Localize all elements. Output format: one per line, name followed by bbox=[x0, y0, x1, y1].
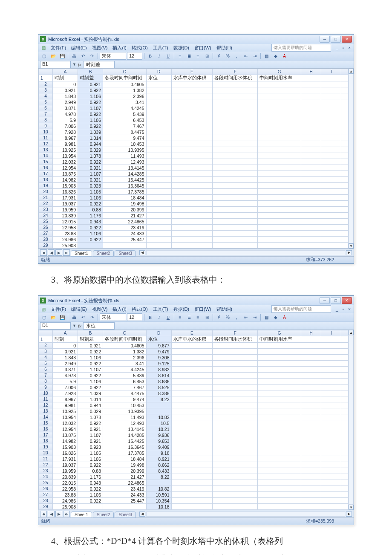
cell[interactable] bbox=[258, 462, 301, 468]
cell[interactable]: 13.4145 bbox=[103, 426, 146, 432]
row-header[interactable]: 27 bbox=[39, 231, 53, 237]
cell[interactable]: 0.922 bbox=[78, 486, 103, 492]
cell[interactable]: 6.453 bbox=[103, 379, 146, 384]
row-header[interactable]: 17 bbox=[39, 171, 53, 177]
cell[interactable] bbox=[213, 355, 258, 361]
cell[interactable]: 22.958 bbox=[53, 225, 78, 231]
cell[interactable]: 15.4425 bbox=[103, 438, 146, 444]
cell[interactable]: 8.433 bbox=[146, 468, 171, 474]
cell[interactable] bbox=[171, 432, 213, 438]
cell[interactable] bbox=[301, 373, 321, 379]
cell[interactable] bbox=[213, 237, 258, 243]
cell[interactable] bbox=[321, 462, 341, 468]
cell[interactable] bbox=[321, 99, 341, 105]
row-header[interactable]: 14 bbox=[39, 153, 53, 159]
cell[interactable]: 5.439 bbox=[103, 111, 146, 117]
cell[interactable] bbox=[301, 361, 321, 367]
cell[interactable] bbox=[213, 99, 258, 105]
row-header[interactable]: 8 bbox=[39, 117, 53, 123]
cell[interactable] bbox=[321, 498, 341, 504]
menu-item[interactable]: 格式(O) bbox=[130, 306, 149, 313]
cell[interactable] bbox=[213, 480, 258, 486]
column-header[interactable]: H bbox=[301, 330, 321, 336]
cell[interactable] bbox=[301, 426, 321, 432]
cell[interactable] bbox=[146, 99, 171, 105]
header-cell[interactable] bbox=[301, 75, 321, 81]
cell[interactable] bbox=[171, 225, 213, 231]
cell[interactable] bbox=[213, 468, 258, 474]
column-header[interactable]: I bbox=[321, 69, 341, 75]
header-cell[interactable]: 时刻 bbox=[53, 336, 78, 343]
cell[interactable] bbox=[171, 456, 213, 462]
sheet-tab[interactable]: Sheet3 bbox=[115, 250, 136, 257]
cell[interactable] bbox=[301, 177, 321, 183]
cell[interactable]: 22.4865 bbox=[103, 480, 146, 486]
cell[interactable]: 10.453 bbox=[103, 402, 146, 408]
cell[interactable] bbox=[258, 129, 301, 135]
cell[interactable]: 19.498 bbox=[103, 462, 146, 468]
row-header[interactable]: 16 bbox=[39, 426, 53, 432]
cell[interactable]: 10.9395 bbox=[103, 147, 146, 153]
cell[interactable]: 12.493 bbox=[103, 420, 146, 426]
help-search-box[interactable]: 键入需要帮助的问题 bbox=[271, 44, 331, 52]
cell[interactable] bbox=[258, 99, 301, 105]
cell[interactable]: 15.4425 bbox=[103, 177, 146, 183]
cell[interactable]: 0.921 bbox=[78, 438, 103, 444]
font-color-icon[interactable]: A bbox=[280, 52, 288, 60]
menu-item[interactable]: 帮助(H) bbox=[215, 44, 233, 52]
cell[interactable]: 0.944 bbox=[78, 141, 103, 147]
doc-restore-button[interactable]: _ bbox=[334, 306, 340, 312]
cell[interactable] bbox=[258, 105, 301, 111]
fill-color-icon[interactable]: ◆ bbox=[271, 52, 280, 60]
cell[interactable]: 16.826 bbox=[53, 450, 78, 456]
cell[interactable] bbox=[301, 165, 321, 171]
increase-indent-icon[interactable]: ⇥ bbox=[251, 313, 259, 321]
cell[interactable] bbox=[213, 207, 258, 213]
cell[interactable] bbox=[213, 456, 258, 462]
cell[interactable] bbox=[146, 129, 171, 135]
cell[interactable] bbox=[213, 117, 258, 123]
cell[interactable] bbox=[258, 474, 301, 480]
cell[interactable] bbox=[171, 129, 213, 135]
cell[interactable]: 0.921 bbox=[78, 81, 103, 87]
cell[interactable] bbox=[213, 414, 258, 420]
minimize-button[interactable]: ─ bbox=[320, 36, 330, 43]
cell[interactable]: 0.923 bbox=[78, 444, 103, 450]
cell[interactable] bbox=[213, 153, 258, 159]
vertical-scrollbar[interactable]: ▲ ▼ bbox=[348, 330, 354, 510]
cell[interactable]: 15.903 bbox=[53, 444, 78, 450]
menu-item[interactable]: 格式(O) bbox=[130, 44, 149, 52]
scroll-right-icon[interactable]: ▶ bbox=[346, 250, 352, 255]
cell[interactable] bbox=[301, 480, 321, 486]
cell[interactable] bbox=[78, 504, 103, 510]
row-header[interactable]: 18 bbox=[39, 177, 53, 183]
cell[interactable] bbox=[171, 492, 213, 498]
cell[interactable] bbox=[301, 195, 321, 201]
cell[interactable] bbox=[258, 81, 301, 87]
row-header[interactable]: 26 bbox=[39, 486, 53, 492]
cell[interactable]: 25.447 bbox=[103, 498, 146, 504]
cell[interactable] bbox=[171, 402, 213, 408]
cell[interactable] bbox=[213, 213, 258, 219]
cell[interactable]: 0.922 bbox=[78, 361, 103, 367]
cell[interactable] bbox=[171, 355, 213, 361]
cell[interactable] bbox=[171, 373, 213, 379]
cell[interactable] bbox=[258, 201, 301, 207]
cell[interactable]: 24.433 bbox=[103, 492, 146, 498]
cell[interactable] bbox=[258, 355, 301, 361]
cell[interactable]: 13.875 bbox=[53, 432, 78, 438]
cell[interactable] bbox=[213, 462, 258, 468]
cell[interactable] bbox=[321, 361, 341, 367]
row-header[interactable]: 13 bbox=[39, 147, 53, 153]
cell[interactable] bbox=[171, 243, 213, 249]
help-search-box[interactable]: 键入需要帮助的问题 bbox=[271, 305, 331, 313]
cell[interactable] bbox=[213, 225, 258, 231]
cell[interactable] bbox=[258, 390, 301, 396]
name-box[interactable]: D1 bbox=[40, 322, 71, 330]
cell[interactable]: 8.525 bbox=[146, 384, 171, 390]
scroll-track[interactable] bbox=[146, 250, 345, 255]
cell[interactable]: 0.922 bbox=[78, 462, 103, 468]
cell[interactable]: 14.4285 bbox=[103, 432, 146, 438]
row-header[interactable]: 9 bbox=[39, 384, 53, 390]
cell[interactable] bbox=[301, 468, 321, 474]
